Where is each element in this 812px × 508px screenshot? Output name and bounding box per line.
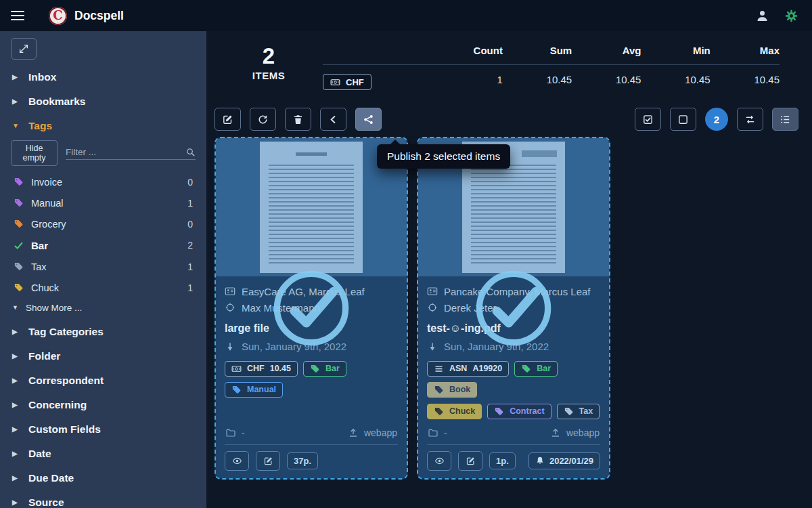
- publish-tooltip: Publish 2 selected items: [377, 144, 510, 169]
- toolbar-left-group: [215, 108, 382, 131]
- reprocess-button[interactable]: [250, 108, 276, 131]
- due-date-badge: 2022/01/29: [528, 452, 600, 469]
- delete-button[interactable]: [285, 108, 311, 131]
- asn-label: ASN: [449, 364, 467, 373]
- currency-label: CHF: [346, 77, 364, 87]
- hide-empty-button[interactable]: Hide empty: [11, 140, 58, 166]
- expand-sidebar-button[interactable]: [11, 38, 37, 60]
- toolbar-right-group: 2: [635, 108, 798, 131]
- money-icon: [330, 77, 340, 87]
- stats-col-min: Min: [641, 41, 710, 65]
- upload-icon: [348, 427, 359, 438]
- gear-icon[interactable]: [784, 9, 798, 23]
- chevron-right-icon: ▶: [12, 426, 20, 433]
- invert-selection-button[interactable]: [737, 108, 763, 131]
- folder-icon: [225, 427, 236, 438]
- asn-value: A19920: [472, 364, 502, 373]
- tag-icon: [434, 385, 444, 395]
- items-count-block: 2 ITEMS: [215, 41, 323, 81]
- folder-label: -: [242, 427, 245, 438]
- stats-table: Count Sum Avg Min Max CHF 1 10.45 10.45 …: [323, 41, 780, 90]
- stats-col-avg: Avg: [572, 41, 641, 65]
- selection-toolbar: 2: [215, 108, 798, 131]
- tag-name: Bar: [31, 240, 48, 251]
- sidebar-item-tags[interactable]: ▼ Tags: [0, 114, 206, 138]
- item-date-line: Sun, January 9th, 2022: [225, 341, 398, 352]
- user-account-icon[interactable]: [755, 9, 769, 23]
- hamburger-menu-icon[interactable]: [11, 9, 24, 23]
- preview-button[interactable]: [225, 451, 249, 471]
- asn-badge: ASN A19920: [427, 361, 509, 377]
- tag-icon: [494, 406, 504, 417]
- tag-badge-label: Tax: [579, 406, 593, 416]
- publish-button[interactable]: [355, 108, 382, 131]
- edit-item-button[interactable]: [458, 451, 482, 471]
- chevron-right-icon: ▶: [12, 475, 20, 482]
- tag-count-badge: 1: [187, 282, 193, 293]
- sidebar-item-folder[interactable]: ▶ Folder: [0, 344, 206, 368]
- tag-item-tax[interactable]: Tax 1: [0, 256, 206, 277]
- address-card-icon: [225, 286, 235, 297]
- tag-filter-input[interactable]: [66, 147, 185, 157]
- tag-badge-contract: Contract: [487, 404, 551, 419]
- preview-button[interactable]: [427, 451, 451, 471]
- stats-value-count: 1: [434, 65, 503, 90]
- tag-badge-chuck: Chuck: [427, 404, 482, 419]
- sidebar-item-custom-fields[interactable]: ▶ Custom Fields: [0, 417, 206, 442]
- tag-item-invoice[interactable]: Invoice 0: [0, 171, 206, 192]
- sidebar-item-correspondent[interactable]: ▶ Correspondent: [0, 368, 206, 393]
- edit-item-button[interactable]: [256, 451, 280, 471]
- tag-name: Invoice: [31, 177, 62, 188]
- check-square-icon: [642, 114, 654, 125]
- select-all-button[interactable]: [635, 108, 661, 131]
- stats-value-avg: 10.45: [572, 65, 641, 90]
- edit-icon: [222, 114, 233, 125]
- upload-icon: [550, 427, 561, 438]
- sidebar-item-bookmarks[interactable]: ▶ Bookmarks: [0, 89, 206, 114]
- eye-icon: [434, 456, 445, 466]
- items-count-number: 2: [215, 43, 323, 69]
- view-settings-button[interactable]: [772, 108, 798, 131]
- sidebar-item-date[interactable]: ▶ Date: [0, 442, 206, 466]
- expand-icon: [18, 43, 29, 54]
- tag-badge-bar: Bar: [514, 361, 558, 377]
- item-badges-row1: ASN A19920 Bar Book: [427, 361, 600, 398]
- stats-col-max: Max: [710, 41, 780, 65]
- tag-badge-label: Bar: [537, 364, 551, 373]
- merge-button[interactable]: [320, 108, 346, 131]
- show-more-toggle[interactable]: ▼ Show More ...: [0, 298, 206, 320]
- tag-item-manual[interactable]: Manual 1: [0, 192, 206, 213]
- folder-label: -: [444, 427, 447, 438]
- swap-icon: [744, 114, 756, 125]
- sidebar-item-due-date[interactable]: ▶ Due Date: [0, 466, 206, 490]
- sidebar-item-label: Tags: [28, 120, 52, 132]
- sidebar-item-label: Concerning: [28, 399, 87, 411]
- amount-badge: CHF 10.45: [225, 361, 298, 377]
- sidebar-item-source[interactable]: ▶ Source: [0, 490, 206, 508]
- sidebar-item-inbox[interactable]: ▶ Inbox: [0, 65, 206, 89]
- concerning-name: Derek Jeter: [444, 302, 497, 314]
- deselect-all-button[interactable]: [670, 108, 696, 131]
- sidebar-item-label: Folder: [28, 350, 60, 362]
- amount-currency: CHF: [247, 364, 265, 373]
- tag-count-badge: 2: [187, 240, 193, 251]
- sidebar-item-concerning[interactable]: ▶ Concerning: [0, 393, 206, 417]
- tag-item-bar-selected[interactable]: Bar 2: [0, 234, 206, 256]
- money-icon: [231, 364, 242, 374]
- item-card-large-file[interactable]: EasyCare AG, Marcus Leaf Max Mustermann …: [215, 137, 408, 480]
- chevron-down-icon: ▼: [12, 123, 20, 129]
- search-sidebar: ▶ Inbox ▶ Bookmarks ▼ Tags Hide empty In…: [0, 31, 206, 508]
- edit-selected-button[interactable]: [215, 108, 241, 131]
- item-card-test-ing[interactable]: Pancake Company, Marcus Leaf Derek Jeter…: [417, 137, 610, 480]
- card-actions: 1p. 2022/01/29: [427, 444, 600, 478]
- app-title: Docspell: [74, 9, 124, 23]
- tag-item-chuck[interactable]: Chuck 1: [0, 277, 206, 298]
- tag-item-grocery[interactable]: Grocery 0: [0, 213, 206, 234]
- concerning-line: Derek Jeter: [427, 302, 600, 314]
- page-count-badge: 1p.: [489, 452, 516, 469]
- concerning-line: Max Mustermann: [225, 302, 398, 314]
- tag-badge-tax: Tax: [557, 404, 600, 419]
- sidebar-item-tag-categories[interactable]: ▶ Tag Categories: [0, 320, 206, 344]
- sidebar-item-label: Custom Fields: [28, 423, 101, 436]
- tag-badge-manual: Manual: [225, 382, 283, 398]
